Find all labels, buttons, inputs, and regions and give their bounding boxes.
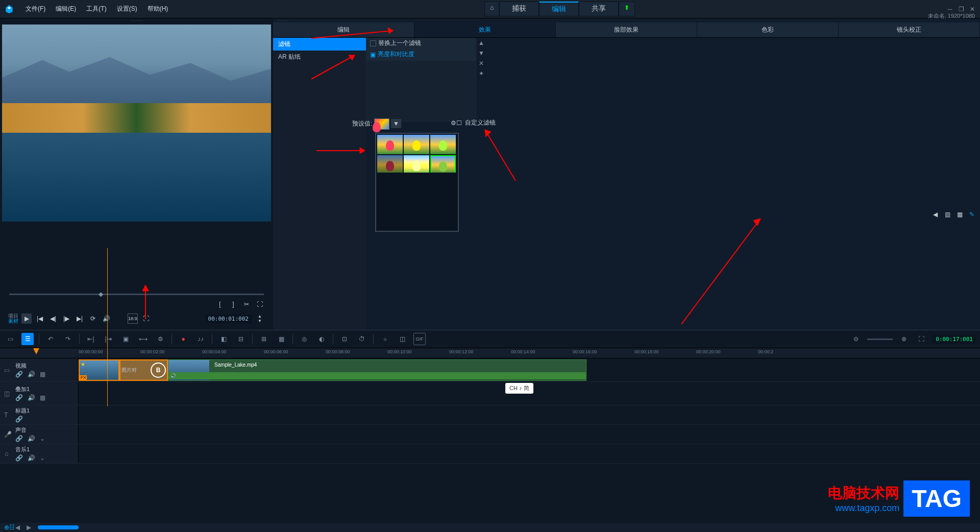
maximize-icon[interactable]: ❐ <box>958 6 965 13</box>
undo-icon[interactable]: ↶ <box>44 333 57 345</box>
option-replace-last[interactable]: 替换上一个滤镜 <box>366 38 476 49</box>
link-icon[interactable]: 🔗 <box>15 394 22 401</box>
tool-trim-out-icon[interactable]: |⇥ <box>102 333 114 345</box>
preset-thumb-1[interactable] <box>377 135 403 154</box>
mode-clip-label[interactable]: 素材 <box>8 319 18 324</box>
clip-image-2[interactable]: 图片对 B <box>119 359 168 381</box>
clip-image-1[interactable]: ★ FX <box>79 359 119 381</box>
zoom-fit-icon[interactable]: ⛶ <box>915 333 927 345</box>
tool-pan-zoom-icon[interactable]: ⊡ <box>338 333 351 345</box>
redo-icon[interactable]: ↷ <box>62 333 74 345</box>
tool-mixer-icon[interactable]: ♪♪ <box>194 333 207 345</box>
mark-in-icon[interactable]: [ <box>215 299 225 309</box>
tool-record-icon[interactable]: ● <box>177 333 189 345</box>
panel-edit-icon[interactable]: ✎ <box>967 209 977 220</box>
drag-handle-icon[interactable] <box>273 18 980 22</box>
storyboard-view-icon[interactable]: ▭ <box>4 333 16 345</box>
preset-thumb-2[interactable] <box>404 135 429 154</box>
prev-frame-icon[interactable]: ◀| <box>48 313 58 324</box>
preview-viewport[interactable] <box>2 25 271 222</box>
playhead-icon[interactable] <box>33 348 39 354</box>
tool-gif-icon[interactable]: GIF <box>413 333 426 345</box>
zoom-slider[interactable] <box>867 338 893 340</box>
mute-icon[interactable]: 🔊 <box>28 394 35 401</box>
timeline-view-icon[interactable]: ☰ <box>21 333 34 345</box>
filter-cat-ar-sticker[interactable]: AR 贴纸 <box>273 51 366 63</box>
home-button[interactable]: ⌂ <box>484 2 499 16</box>
link-icon[interactable]: 🔗 <box>15 416 22 423</box>
lock-icon[interactable]: ▩ <box>40 371 47 378</box>
link-icon[interactable]: 🔗 <box>15 454 22 462</box>
tool-mask-icon[interactable]: ◐ <box>315 333 328 345</box>
tool-subtitle-icon[interactable]: ⊟ <box>235 333 247 345</box>
menu-edit[interactable]: 编辑(E) <box>51 3 81 15</box>
checkbox-icon[interactable] <box>370 40 376 46</box>
expand-track-icon[interactable]: ⌄ <box>40 435 47 442</box>
play-button[interactable]: ▶ <box>21 313 32 324</box>
preset-thumb-6[interactable] <box>430 155 456 175</box>
mark-out-icon[interactable]: ] <box>228 299 238 309</box>
timeline-timecode[interactable]: 0:00:17:001 <box>933 335 976 344</box>
next-frame-icon[interactable]: |▶ <box>61 313 71 324</box>
move-down-icon[interactable]: ▼ <box>477 49 485 57</box>
menu-tools[interactable]: 工具(T) <box>81 3 111 15</box>
link-icon[interactable]: 🔗 <box>15 371 22 378</box>
zoom-in-icon[interactable]: ⊕ <box>898 333 910 345</box>
tab-capture[interactable]: 捕获 <box>499 2 539 16</box>
scroll-right-icon[interactable]: ▶ <box>27 524 34 531</box>
timeline-scrollbar[interactable]: ⊕☷ ◀ ▶ <box>0 523 980 532</box>
tool-grid-icon[interactable]: ▦ <box>275 333 287 345</box>
upload-icon[interactable]: ⬆ <box>619 2 635 16</box>
tab-share[interactable]: 共享 <box>579 2 619 16</box>
mute-icon[interactable]: 🔊 <box>28 371 35 378</box>
cut-icon[interactable]: ✂ <box>241 299 252 309</box>
move-up-icon[interactable]: ▲ <box>477 39 485 47</box>
link-icon[interactable]: 🔗 <box>15 435 22 442</box>
mute-icon[interactable]: 🔊 <box>28 435 35 442</box>
effect-tab-color[interactable]: 色彩 <box>697 22 839 37</box>
expand-icon[interactable]: ⛶ <box>255 299 265 309</box>
preset-thumb-4[interactable] <box>377 155 403 175</box>
aspect-ratio-button[interactable]: 16:9 <box>128 313 138 324</box>
tool-3d-icon[interactable]: ◫ <box>396 333 408 345</box>
timeline-ruler[interactable]: 00:00:00:00 00:00:02:00 00:00:04:00 00:0… <box>0 348 980 358</box>
scroll-thumb[interactable] <box>38 525 79 529</box>
effect-tab-edit[interactable]: 编辑 <box>273 22 414 37</box>
tab-edit[interactable]: 编辑 <box>539 2 579 16</box>
tool-trim-in-icon[interactable]: ⇤| <box>85 333 97 345</box>
lock-icon[interactable]: ▩ <box>40 394 47 401</box>
panel-collapse-icon[interactable]: ◀ <box>930 209 940 220</box>
tool-speed-icon[interactable]: ⏱ <box>356 333 368 345</box>
minimize-icon[interactable]: ─ <box>946 6 953 13</box>
option-brightness-contrast[interactable]: ▣ 亮度和对比度 <box>366 49 476 60</box>
filter-cat-filter[interactable]: 滤镜 <box>273 38 366 51</box>
tool-motion-icon[interactable]: ⟐ <box>379 333 391 345</box>
menu-settings[interactable]: 设置(S) <box>112 3 142 15</box>
preset-thumb-5[interactable] <box>404 155 429 175</box>
menu-file[interactable]: 文件(F) <box>20 3 51 15</box>
menu-help[interactable]: 帮助(H) <box>142 3 174 15</box>
favorite-icon[interactable]: ✦ <box>477 69 485 78</box>
panel-layout2-icon[interactable]: ▦ <box>954 209 965 220</box>
tool-chapter-icon[interactable]: ◧ <box>217 333 230 345</box>
effect-tab-lens[interactable]: 镜头校正 <box>839 22 980 37</box>
tool-snapshot-icon[interactable]: ▣ <box>119 333 132 345</box>
preset-dropdown-icon[interactable]: ▼ <box>391 119 401 128</box>
scroll-left-icon[interactable]: ◀ <box>15 524 22 531</box>
tool-options-icon[interactable]: ⚙ <box>154 333 166 345</box>
preset-current-thumb[interactable] <box>374 118 389 130</box>
go-end-icon[interactable]: ▶| <box>75 313 85 324</box>
timecode-stepper-icon[interactable]: ▲▼ <box>255 313 265 324</box>
preview-timecode[interactable]: 00:00:01:002 <box>205 315 252 323</box>
add-track-icon[interactable]: ⊕☷ <box>4 524 11 531</box>
tool-multitrim-icon[interactable]: ⊞ <box>258 333 270 345</box>
mute-icon[interactable]: 🔊 <box>28 454 35 462</box>
preview-scrubber[interactable]: ◆ <box>9 294 263 295</box>
tool-split-icon[interactable]: ⟷ <box>137 333 149 345</box>
effect-tab-effect[interactable]: 效果 <box>414 22 556 37</box>
effect-tab-face[interactable]: 脸部效果 <box>556 22 697 37</box>
drag-handle-icon[interactable] <box>0 18 273 22</box>
panel-layout1-icon[interactable]: ▥ <box>942 209 952 220</box>
expand-track-icon[interactable]: ⌄ <box>40 454 47 462</box>
tool-track-motion-icon[interactable]: ◎ <box>298 333 310 345</box>
